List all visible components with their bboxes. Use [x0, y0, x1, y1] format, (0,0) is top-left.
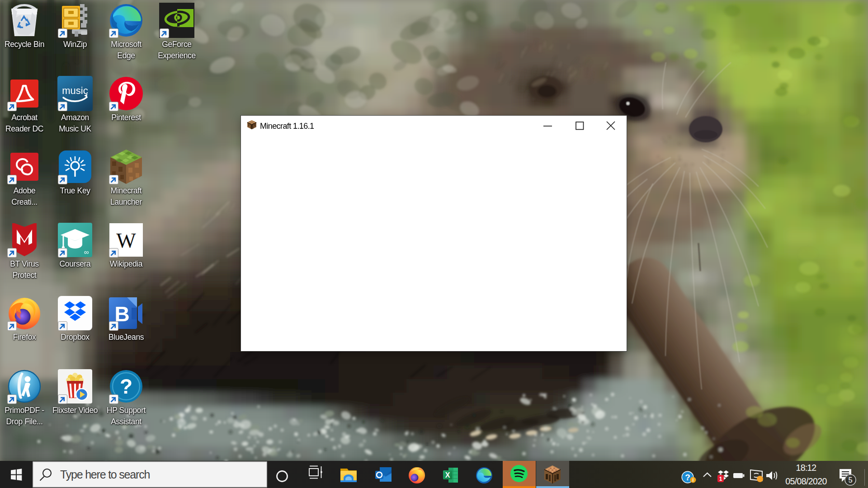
svg-text:?: ?: [685, 473, 690, 482]
svg-text:Type here to search: Type here to search: [60, 468, 150, 481]
svg-text:music: music: [62, 85, 88, 96]
svg-text:∞: ∞: [84, 248, 89, 256]
svg-text:W: W: [116, 229, 136, 252]
svg-text:05/08/2020: 05/08/2020: [785, 476, 827, 486]
svg-text:5: 5: [848, 476, 852, 484]
svg-text:i: i: [693, 478, 694, 483]
svg-text:1: 1: [719, 476, 722, 482]
svg-text:18:12: 18:12: [796, 463, 816, 473]
svg-text:X: X: [445, 471, 450, 479]
svg-text:?: ?: [120, 375, 132, 398]
